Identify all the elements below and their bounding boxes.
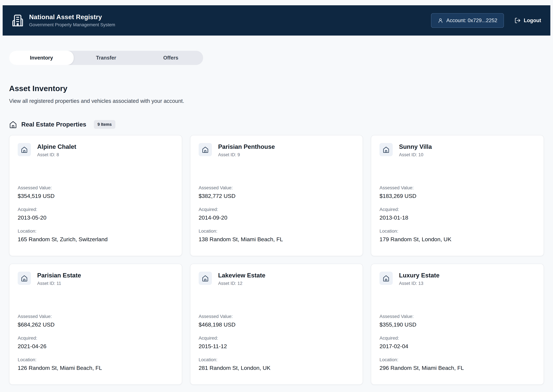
property-details: Assessed Value: $183,269 USD Acquired: 2… — [380, 185, 535, 243]
properties-grid: Alpine Chalet Asset ID: 8 Assessed Value… — [9, 135, 544, 385]
property-asset-id: Asset ID: 9 — [218, 152, 275, 157]
property-card-titles: Lakeview Estate Asset ID: 12 — [218, 272, 265, 286]
property-name: Lakeview Estate — [218, 272, 265, 279]
acquired-label: Acquired: — [199, 336, 354, 341]
location-value: 296 Random St, Miami Beach, FL — [380, 365, 535, 371]
location-group: Location: 138 Random St, Miami Beach, FL — [199, 229, 354, 243]
acquired-date: 2021-04-26 — [18, 343, 173, 350]
property-asset-id: Asset ID: 13 — [399, 281, 439, 286]
property-asset-id: Asset ID: 12 — [218, 281, 265, 286]
acquired-group: Acquired: 2017-02-04 — [380, 336, 535, 350]
items-count-badge: 9 Items — [94, 120, 115, 129]
house-icon — [199, 143, 212, 156]
property-card: Lakeview Estate Asset ID: 12 Assessed Va… — [190, 264, 363, 385]
property-details: Assessed Value: $684,262 USD Acquired: 2… — [18, 314, 173, 371]
app-header: National Asset Registry Government Prope… — [3, 5, 550, 35]
acquired-label: Acquired: — [380, 207, 535, 212]
tab-bar: Inventory Transfer Offers — [9, 51, 203, 65]
home-icon — [9, 120, 17, 128]
assessed-value: $684,262 USD — [18, 322, 173, 328]
location-value: 126 Random St, Miami Beach, FL — [18, 365, 173, 371]
acquired-group: Acquired: 2014-09-20 — [199, 207, 354, 221]
property-card-titles: Parisian Penthouse Asset ID: 9 — [218, 143, 275, 157]
page-description: View all registered properties and vehic… — [9, 98, 544, 104]
property-card-titles: Sunny Villa Asset ID: 10 — [399, 143, 432, 157]
house-icon — [18, 143, 31, 156]
acquired-label: Acquired: — [199, 207, 354, 212]
location-group: Location: 165 Random St, Zurich, Switzer… — [18, 229, 173, 243]
property-card-titles: Luxury Estate Asset ID: 13 — [399, 272, 439, 286]
acquired-label: Acquired: — [18, 336, 173, 341]
account-label: Account: 0x729...2252 — [446, 18, 497, 23]
assessed-value-group: Assessed Value: $183,269 USD — [380, 185, 535, 199]
section-title: Real Estate Properties — [21, 121, 86, 128]
assessed-value: $183,269 USD — [380, 193, 535, 199]
acquired-date: 2013-01-18 — [380, 214, 535, 221]
location-label: Location: — [18, 357, 173, 362]
tab-offers[interactable]: Offers — [138, 51, 203, 65]
property-card-header: Lakeview Estate Asset ID: 12 — [199, 272, 354, 286]
acquired-group: Acquired: 2013-01-18 — [380, 207, 535, 221]
header-right: Account: 0x729...2252 Logout — [431, 13, 541, 28]
location-label: Location: — [199, 357, 354, 362]
house-icon — [380, 272, 393, 285]
real-estate-section-header: Real Estate Properties 9 Items — [9, 120, 544, 129]
property-asset-id: Asset ID: 11 — [37, 281, 81, 286]
tab-inventory[interactable]: Inventory — [9, 51, 74, 65]
property-name: Parisian Estate — [37, 272, 81, 279]
acquired-label: Acquired: — [380, 336, 535, 341]
house-icon — [380, 143, 393, 156]
assessed-value-group: Assessed Value: $468,198 USD — [199, 314, 354, 328]
user-icon — [438, 18, 443, 23]
acquired-date: 2015-11-12 — [199, 343, 354, 350]
acquired-group: Acquired: 2015-11-12 — [199, 336, 354, 350]
logout-icon — [514, 17, 521, 24]
property-name: Alpine Chalet — [37, 143, 76, 150]
location-group: Location: 126 Random St, Miami Beach, FL — [18, 357, 173, 371]
property-asset-id: Asset ID: 10 — [399, 152, 432, 157]
property-card-header: Parisian Estate Asset ID: 11 — [18, 272, 173, 286]
assessed-value: $355,190 USD — [380, 322, 535, 328]
assessed-value-label: Assessed Value: — [18, 314, 173, 319]
property-card-header: Parisian Penthouse Asset ID: 9 — [199, 143, 354, 157]
property-details: Assessed Value: $355,190 USD Acquired: 2… — [380, 314, 535, 371]
tab-transfer[interactable]: Transfer — [74, 51, 138, 65]
property-name: Parisian Penthouse — [218, 143, 275, 150]
main-content: Inventory Transfer Offers Asset Inventor… — [0, 35, 553, 390]
assessed-value: $354,519 USD — [18, 193, 173, 199]
location-value: 165 Random St, Zurich, Switzerland — [18, 236, 173, 243]
property-card: Parisian Penthouse Asset ID: 9 Assessed … — [190, 135, 363, 256]
brand-text: National Asset Registry Government Prope… — [29, 13, 115, 28]
property-details: Assessed Value: $354,519 USD Acquired: 2… — [18, 185, 173, 243]
property-card-header: Luxury Estate Asset ID: 13 — [380, 272, 535, 286]
page-title: Asset Inventory — [9, 84, 544, 93]
brand: National Asset Registry Government Prope… — [11, 13, 115, 28]
account-button[interactable]: Account: 0x729...2252 — [431, 13, 504, 28]
property-card-header: Alpine Chalet Asset ID: 8 — [18, 143, 173, 157]
location-label: Location: — [380, 229, 535, 234]
location-group: Location: 296 Random St, Miami Beach, FL — [380, 357, 535, 371]
property-card: Parisian Estate Asset ID: 11 Assessed Va… — [9, 264, 182, 385]
assessed-value-group: Assessed Value: $684,262 USD — [18, 314, 173, 328]
property-name: Luxury Estate — [399, 272, 439, 279]
acquired-group: Acquired: 2013-05-20 — [18, 207, 173, 221]
location-group: Location: 179 Random St, London, UK — [380, 229, 535, 243]
property-card-titles: Alpine Chalet Asset ID: 8 — [37, 143, 76, 157]
app-title: National Asset Registry — [29, 13, 115, 21]
assessed-value-label: Assessed Value: — [380, 314, 535, 319]
assessed-value-label: Assessed Value: — [199, 185, 354, 190]
acquired-label: Acquired: — [18, 207, 173, 212]
assessed-value: $468,198 USD — [199, 322, 354, 328]
assessed-value: $382,772 USD — [199, 193, 354, 199]
house-icon — [199, 272, 212, 285]
logout-button[interactable]: Logout — [514, 17, 541, 24]
property-details: Assessed Value: $468,198 USD Acquired: 2… — [199, 314, 354, 371]
location-value: 138 Random St, Miami Beach, FL — [199, 236, 354, 243]
house-icon — [18, 272, 31, 285]
acquired-date: 2014-09-20 — [199, 214, 354, 221]
property-details: Assessed Value: $382,772 USD Acquired: 2… — [199, 185, 354, 243]
location-value: 281 Random St, London, UK — [199, 365, 354, 371]
property-card: Luxury Estate Asset ID: 13 Assessed Valu… — [371, 264, 544, 385]
property-card-titles: Parisian Estate Asset ID: 11 — [37, 272, 81, 286]
acquired-date: 2013-05-20 — [18, 214, 173, 221]
